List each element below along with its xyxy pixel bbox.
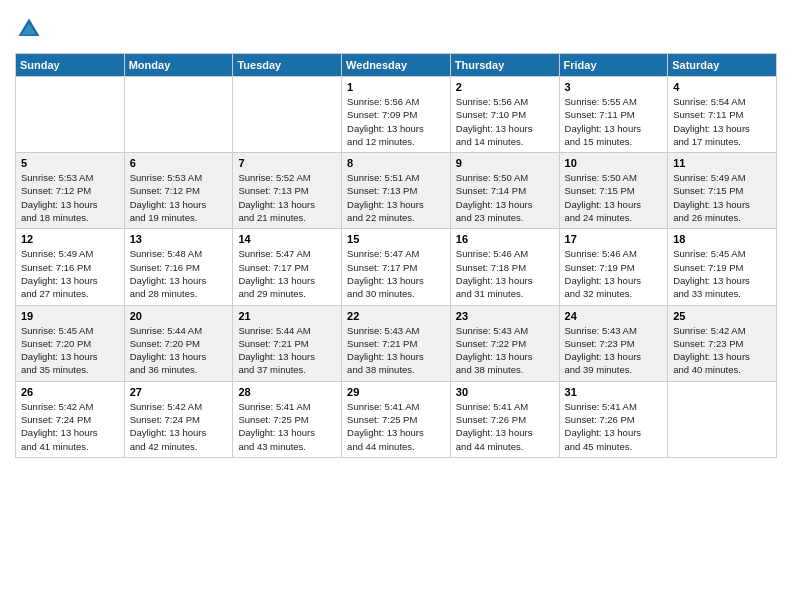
- day-number: 17: [565, 233, 663, 245]
- day-number: 8: [347, 157, 445, 169]
- day-info: Sunrise: 5:46 AM Sunset: 7:19 PM Dayligh…: [565, 247, 663, 300]
- day-number: 28: [238, 386, 336, 398]
- day-info: Sunrise: 5:50 AM Sunset: 7:14 PM Dayligh…: [456, 171, 554, 224]
- calendar-week-row: 19Sunrise: 5:45 AM Sunset: 7:20 PM Dayli…: [16, 305, 777, 381]
- calendar-header-row: SundayMondayTuesdayWednesdayThursdayFrid…: [16, 54, 777, 77]
- day-number: 23: [456, 310, 554, 322]
- weekday-header: Wednesday: [342, 54, 451, 77]
- day-number: 20: [130, 310, 228, 322]
- day-info: Sunrise: 5:46 AM Sunset: 7:18 PM Dayligh…: [456, 247, 554, 300]
- day-info: Sunrise: 5:52 AM Sunset: 7:13 PM Dayligh…: [238, 171, 336, 224]
- day-info: Sunrise: 5:41 AM Sunset: 7:26 PM Dayligh…: [565, 400, 663, 453]
- calendar-cell: 6Sunrise: 5:53 AM Sunset: 7:12 PM Daylig…: [124, 153, 233, 229]
- day-number: 27: [130, 386, 228, 398]
- day-info: Sunrise: 5:49 AM Sunset: 7:15 PM Dayligh…: [673, 171, 771, 224]
- day-number: 21: [238, 310, 336, 322]
- calendar-cell: 13Sunrise: 5:48 AM Sunset: 7:16 PM Dayli…: [124, 229, 233, 305]
- day-info: Sunrise: 5:53 AM Sunset: 7:12 PM Dayligh…: [130, 171, 228, 224]
- logo: [15, 15, 49, 43]
- calendar-table: SundayMondayTuesdayWednesdayThursdayFrid…: [15, 53, 777, 458]
- calendar-week-row: 12Sunrise: 5:49 AM Sunset: 7:16 PM Dayli…: [16, 229, 777, 305]
- calendar-cell: 26Sunrise: 5:42 AM Sunset: 7:24 PM Dayli…: [16, 381, 125, 457]
- day-info: Sunrise: 5:41 AM Sunset: 7:26 PM Dayligh…: [456, 400, 554, 453]
- calendar-cell: 16Sunrise: 5:46 AM Sunset: 7:18 PM Dayli…: [450, 229, 559, 305]
- day-info: Sunrise: 5:47 AM Sunset: 7:17 PM Dayligh…: [238, 247, 336, 300]
- calendar-cell: 12Sunrise: 5:49 AM Sunset: 7:16 PM Dayli…: [16, 229, 125, 305]
- day-number: 6: [130, 157, 228, 169]
- calendar-cell: 29Sunrise: 5:41 AM Sunset: 7:25 PM Dayli…: [342, 381, 451, 457]
- day-number: 15: [347, 233, 445, 245]
- day-info: Sunrise: 5:43 AM Sunset: 7:21 PM Dayligh…: [347, 324, 445, 377]
- calendar-cell: 24Sunrise: 5:43 AM Sunset: 7:23 PM Dayli…: [559, 305, 668, 381]
- calendar-cell: 8Sunrise: 5:51 AM Sunset: 7:13 PM Daylig…: [342, 153, 451, 229]
- calendar-cell: 25Sunrise: 5:42 AM Sunset: 7:23 PM Dayli…: [668, 305, 777, 381]
- calendar-cell: 28Sunrise: 5:41 AM Sunset: 7:25 PM Dayli…: [233, 381, 342, 457]
- day-number: 24: [565, 310, 663, 322]
- calendar-week-row: 1Sunrise: 5:56 AM Sunset: 7:09 PM Daylig…: [16, 77, 777, 153]
- day-number: 25: [673, 310, 771, 322]
- day-number: 19: [21, 310, 119, 322]
- day-number: 7: [238, 157, 336, 169]
- day-info: Sunrise: 5:56 AM Sunset: 7:10 PM Dayligh…: [456, 95, 554, 148]
- weekday-header: Thursday: [450, 54, 559, 77]
- day-info: Sunrise: 5:45 AM Sunset: 7:20 PM Dayligh…: [21, 324, 119, 377]
- weekday-header: Sunday: [16, 54, 125, 77]
- day-info: Sunrise: 5:47 AM Sunset: 7:17 PM Dayligh…: [347, 247, 445, 300]
- day-info: Sunrise: 5:50 AM Sunset: 7:15 PM Dayligh…: [565, 171, 663, 224]
- day-info: Sunrise: 5:53 AM Sunset: 7:12 PM Dayligh…: [21, 171, 119, 224]
- calendar-cell: 9Sunrise: 5:50 AM Sunset: 7:14 PM Daylig…: [450, 153, 559, 229]
- day-number: 4: [673, 81, 771, 93]
- day-info: Sunrise: 5:49 AM Sunset: 7:16 PM Dayligh…: [21, 247, 119, 300]
- weekday-header: Monday: [124, 54, 233, 77]
- day-number: 2: [456, 81, 554, 93]
- day-number: 18: [673, 233, 771, 245]
- day-info: Sunrise: 5:42 AM Sunset: 7:23 PM Dayligh…: [673, 324, 771, 377]
- day-number: 10: [565, 157, 663, 169]
- day-info: Sunrise: 5:43 AM Sunset: 7:22 PM Dayligh…: [456, 324, 554, 377]
- calendar-cell: 10Sunrise: 5:50 AM Sunset: 7:15 PM Dayli…: [559, 153, 668, 229]
- calendar-cell: 30Sunrise: 5:41 AM Sunset: 7:26 PM Dayli…: [450, 381, 559, 457]
- day-info: Sunrise: 5:45 AM Sunset: 7:19 PM Dayligh…: [673, 247, 771, 300]
- calendar-cell: [16, 77, 125, 153]
- page-header: [15, 15, 777, 43]
- day-number: 11: [673, 157, 771, 169]
- calendar-cell: 7Sunrise: 5:52 AM Sunset: 7:13 PM Daylig…: [233, 153, 342, 229]
- calendar-cell: 2Sunrise: 5:56 AM Sunset: 7:10 PM Daylig…: [450, 77, 559, 153]
- calendar-cell: 31Sunrise: 5:41 AM Sunset: 7:26 PM Dayli…: [559, 381, 668, 457]
- calendar-cell: 21Sunrise: 5:44 AM Sunset: 7:21 PM Dayli…: [233, 305, 342, 381]
- calendar-cell: 22Sunrise: 5:43 AM Sunset: 7:21 PM Dayli…: [342, 305, 451, 381]
- day-info: Sunrise: 5:56 AM Sunset: 7:09 PM Dayligh…: [347, 95, 445, 148]
- calendar-week-row: 26Sunrise: 5:42 AM Sunset: 7:24 PM Dayli…: [16, 381, 777, 457]
- day-info: Sunrise: 5:54 AM Sunset: 7:11 PM Dayligh…: [673, 95, 771, 148]
- calendar-cell: 17Sunrise: 5:46 AM Sunset: 7:19 PM Dayli…: [559, 229, 668, 305]
- calendar-cell: 3Sunrise: 5:55 AM Sunset: 7:11 PM Daylig…: [559, 77, 668, 153]
- day-info: Sunrise: 5:44 AM Sunset: 7:21 PM Dayligh…: [238, 324, 336, 377]
- day-info: Sunrise: 5:55 AM Sunset: 7:11 PM Dayligh…: [565, 95, 663, 148]
- day-number: 30: [456, 386, 554, 398]
- calendar-cell: 15Sunrise: 5:47 AM Sunset: 7:17 PM Dayli…: [342, 229, 451, 305]
- calendar-cell: 18Sunrise: 5:45 AM Sunset: 7:19 PM Dayli…: [668, 229, 777, 305]
- weekday-header: Friday: [559, 54, 668, 77]
- calendar-cell: [233, 77, 342, 153]
- calendar-cell: 19Sunrise: 5:45 AM Sunset: 7:20 PM Dayli…: [16, 305, 125, 381]
- day-info: Sunrise: 5:48 AM Sunset: 7:16 PM Dayligh…: [130, 247, 228, 300]
- day-info: Sunrise: 5:42 AM Sunset: 7:24 PM Dayligh…: [130, 400, 228, 453]
- calendar-cell: 4Sunrise: 5:54 AM Sunset: 7:11 PM Daylig…: [668, 77, 777, 153]
- day-number: 16: [456, 233, 554, 245]
- day-info: Sunrise: 5:43 AM Sunset: 7:23 PM Dayligh…: [565, 324, 663, 377]
- calendar-cell: [668, 381, 777, 457]
- day-number: 9: [456, 157, 554, 169]
- calendar-cell: 23Sunrise: 5:43 AM Sunset: 7:22 PM Dayli…: [450, 305, 559, 381]
- calendar-cell: [124, 77, 233, 153]
- day-info: Sunrise: 5:41 AM Sunset: 7:25 PM Dayligh…: [347, 400, 445, 453]
- day-info: Sunrise: 5:41 AM Sunset: 7:25 PM Dayligh…: [238, 400, 336, 453]
- day-number: 12: [21, 233, 119, 245]
- day-info: Sunrise: 5:51 AM Sunset: 7:13 PM Dayligh…: [347, 171, 445, 224]
- weekday-header: Tuesday: [233, 54, 342, 77]
- calendar-cell: 20Sunrise: 5:44 AM Sunset: 7:20 PM Dayli…: [124, 305, 233, 381]
- logo-icon: [15, 15, 43, 43]
- calendar-cell: 11Sunrise: 5:49 AM Sunset: 7:15 PM Dayli…: [668, 153, 777, 229]
- day-number: 1: [347, 81, 445, 93]
- day-number: 3: [565, 81, 663, 93]
- weekday-header: Saturday: [668, 54, 777, 77]
